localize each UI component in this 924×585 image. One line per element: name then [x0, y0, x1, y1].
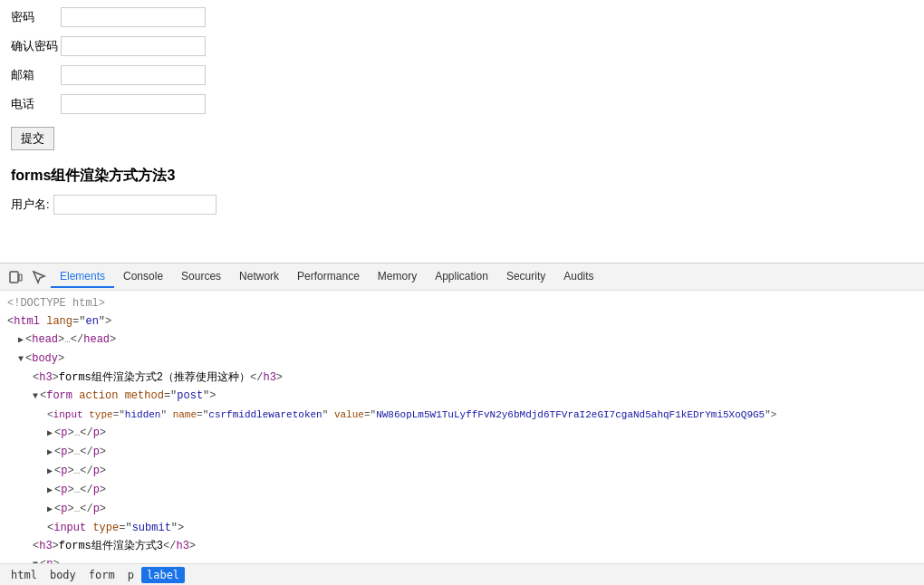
email-input[interactable]	[61, 65, 206, 85]
form-fields: 密码 确认密码 邮箱 电话 提交	[11, 7, 913, 158]
password-input[interactable]	[61, 7, 206, 27]
phone-label: 电话	[11, 96, 61, 112]
confirm-password-input[interactable]	[61, 36, 206, 56]
confirm-password-label: 确认密码	[11, 38, 61, 54]
username-input[interactable]	[53, 195, 217, 215]
page-content: 密码 确认密码 邮箱 电话 提交 forms组件渲染方式方法3 用户名:	[0, 0, 924, 263]
phone-row: 电话	[11, 94, 913, 114]
submit-button[interactable]: 提交	[11, 127, 54, 150]
username-row: 用户名:	[11, 195, 913, 215]
username-label: 用户名:	[11, 197, 50, 213]
password-row: 密码	[11, 7, 913, 27]
section-title: forms组件渲染方式方法3	[11, 167, 913, 186]
password-label: 密码	[11, 9, 61, 25]
email-label: 邮箱	[11, 67, 61, 83]
email-row: 邮箱	[11, 65, 913, 85]
confirm-password-row: 确认密码	[11, 36, 913, 56]
phone-input[interactable]	[61, 94, 206, 114]
